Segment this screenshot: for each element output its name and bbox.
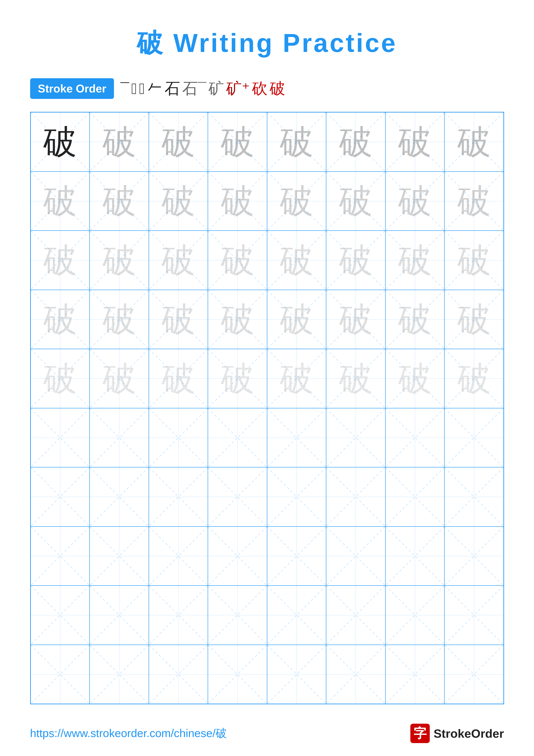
grid-row bbox=[31, 467, 504, 526]
svg-line-142 bbox=[445, 586, 503, 645]
svg-line-92 bbox=[386, 408, 445, 467]
grid-cell: 破 bbox=[31, 230, 90, 290]
svg-line-130 bbox=[90, 586, 149, 645]
cell-character: 破 bbox=[398, 244, 431, 277]
grid-cell: 破 bbox=[89, 112, 149, 172]
grid-cell bbox=[385, 467, 445, 526]
grid-cell bbox=[385, 408, 445, 468]
svg-line-147 bbox=[90, 645, 149, 704]
grid-cell: 破 bbox=[445, 290, 504, 349]
svg-line-124 bbox=[386, 527, 445, 585]
svg-line-153 bbox=[267, 645, 326, 704]
grid-cell: 破 bbox=[267, 112, 326, 172]
grid-cell bbox=[89, 645, 149, 704]
svg-line-85 bbox=[149, 408, 208, 467]
cell-character: 破 bbox=[43, 244, 77, 277]
svg-line-84 bbox=[149, 408, 208, 467]
grid-cell: 破 bbox=[445, 230, 504, 290]
svg-line-136 bbox=[267, 586, 326, 645]
grid-cell bbox=[149, 467, 208, 526]
stroke-char-7: 矿 bbox=[209, 78, 224, 99]
grid-cell bbox=[208, 585, 267, 645]
grid-row: 破破破破破破破破 bbox=[31, 349, 504, 408]
svg-line-131 bbox=[90, 586, 149, 645]
grid-cell: 破 bbox=[89, 349, 149, 408]
svg-line-155 bbox=[326, 645, 385, 704]
cell-character: 破 bbox=[103, 362, 136, 395]
grid-cell: 破 bbox=[385, 172, 445, 231]
svg-line-132 bbox=[149, 586, 208, 645]
grid-cell bbox=[149, 585, 208, 645]
grid-cell: 破 bbox=[385, 112, 445, 172]
grid-cell bbox=[326, 467, 385, 526]
svg-line-115 bbox=[90, 527, 149, 585]
cell-character: 破 bbox=[339, 184, 372, 218]
svg-line-143 bbox=[445, 586, 503, 645]
grid-cell: 破 bbox=[208, 112, 267, 172]
footer: https://www.strokeorder.com/chinese/破 字 … bbox=[30, 706, 504, 756]
footer-url[interactable]: https://www.strokeorder.com/chinese/破 bbox=[30, 726, 227, 741]
grid-cell bbox=[89, 467, 149, 526]
svg-line-88 bbox=[267, 408, 326, 467]
footer-logo-text: StrokeOrder bbox=[434, 726, 504, 741]
svg-line-122 bbox=[326, 527, 385, 585]
svg-line-94 bbox=[445, 408, 503, 467]
grid-cell bbox=[385, 645, 445, 704]
grid-cell bbox=[89, 408, 149, 468]
grid-cell: 破 bbox=[326, 349, 385, 408]
stroke-order-badge: Stroke Order bbox=[30, 78, 114, 99]
grid-row bbox=[31, 585, 504, 645]
practice-grid: 破破破破破破破破破破破破破破破破破破破破破破破破破破破破破破破破破破破破破破破破 bbox=[30, 112, 504, 704]
grid-cell: 破 bbox=[208, 290, 267, 349]
grid-cell: 破 bbox=[89, 290, 149, 349]
stroke-char-1: ¯ bbox=[120, 80, 129, 97]
svg-line-86 bbox=[208, 408, 267, 467]
cell-character: 破 bbox=[162, 362, 195, 395]
cell-character: 破 bbox=[43, 125, 77, 159]
grid-cell bbox=[208, 645, 267, 704]
svg-line-98 bbox=[90, 468, 149, 526]
grid-cell bbox=[89, 526, 149, 586]
footer-logo: 字 StrokeOrder bbox=[410, 724, 504, 743]
grid-cell: 破 bbox=[149, 112, 208, 172]
grid-cell: 破 bbox=[89, 230, 149, 290]
grid-cell bbox=[267, 645, 326, 704]
grid-cell bbox=[31, 408, 90, 468]
svg-line-116 bbox=[149, 527, 208, 585]
grid-cell bbox=[149, 408, 208, 468]
cell-character: 破 bbox=[398, 184, 431, 218]
grid-cell: 破 bbox=[267, 172, 326, 231]
svg-line-114 bbox=[90, 527, 149, 585]
svg-line-83 bbox=[90, 408, 149, 467]
grid-row: 破破破破破破破破 bbox=[31, 290, 504, 349]
grid-cell: 破 bbox=[149, 172, 208, 231]
grid-cell bbox=[267, 408, 326, 468]
svg-line-129 bbox=[31, 586, 89, 645]
svg-line-156 bbox=[386, 645, 445, 704]
grid-cell bbox=[385, 526, 445, 586]
grid-row: 破破破破破破破破 bbox=[31, 112, 504, 172]
grid-cell: 破 bbox=[149, 349, 208, 408]
cell-character: 破 bbox=[162, 184, 195, 218]
grid-cell bbox=[326, 408, 385, 468]
cell-character: 破 bbox=[103, 244, 136, 277]
grid-cell: 破 bbox=[385, 230, 445, 290]
svg-line-117 bbox=[149, 527, 208, 585]
grid-cell: 破 bbox=[267, 230, 326, 290]
stroke-char-10: 破 bbox=[270, 78, 285, 99]
cell-character: 破 bbox=[398, 362, 431, 395]
stroke-char-5: 石 bbox=[165, 78, 180, 99]
svg-line-157 bbox=[386, 645, 445, 704]
svg-line-159 bbox=[445, 645, 503, 704]
cell-character: 破 bbox=[43, 184, 77, 218]
svg-line-149 bbox=[149, 645, 208, 704]
svg-line-103 bbox=[208, 468, 267, 526]
stroke-char-3: 𠃋 bbox=[139, 80, 144, 97]
grid-cell: 破 bbox=[89, 172, 149, 231]
grid-cell bbox=[89, 585, 149, 645]
svg-line-108 bbox=[386, 468, 445, 526]
svg-line-82 bbox=[90, 408, 149, 467]
grid-cell: 破 bbox=[31, 290, 90, 349]
grid-cell: 破 bbox=[31, 172, 90, 231]
grid-cell: 破 bbox=[208, 349, 267, 408]
